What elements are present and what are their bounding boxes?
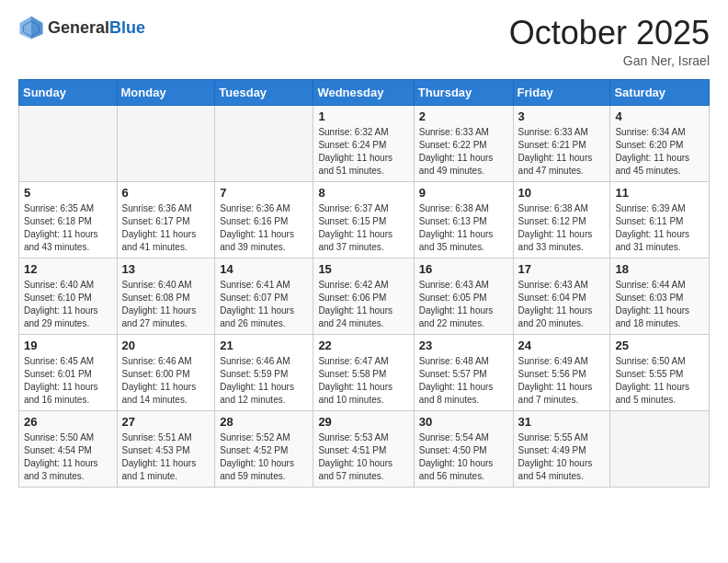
day-info: Sunrise: 5:50 AMSunset: 4:54 PMDaylight:… (24, 431, 112, 483)
logo: GeneralBlue (18, 15, 145, 40)
day-number: 17 (518, 262, 606, 276)
day-number: 7 (220, 186, 308, 200)
logo-blue: Blue (109, 18, 145, 37)
day-number: 27 (122, 415, 210, 429)
table-row: 29Sunrise: 5:53 AMSunset: 4:51 PMDayligh… (313, 410, 414, 487)
day-info: Sunrise: 6:34 AMSunset: 6:20 PMDaylight:… (615, 126, 704, 178)
logo-text: GeneralBlue (48, 18, 145, 38)
logo-general: General (48, 18, 109, 37)
table-row: 4Sunrise: 6:34 AMSunset: 6:20 PMDaylight… (610, 105, 710, 181)
col-tuesday: Tuesday (215, 79, 313, 105)
day-info: Sunrise: 6:43 AMSunset: 6:05 PMDaylight:… (419, 279, 508, 330)
logo-icon (18, 15, 44, 40)
day-info: Sunrise: 6:40 AMSunset: 6:08 PMDaylight:… (122, 279, 210, 330)
table-row: 7Sunrise: 6:36 AMSunset: 6:16 PMDaylight… (215, 181, 313, 258)
table-row: 16Sunrise: 6:43 AMSunset: 6:05 PMDayligh… (414, 258, 513, 334)
day-number: 31 (518, 415, 606, 429)
day-number: 5 (24, 186, 112, 200)
calendar-week-row: 5Sunrise: 6:35 AMSunset: 6:18 PMDaylight… (19, 181, 710, 258)
day-number: 15 (318, 262, 408, 276)
table-row: 19Sunrise: 6:45 AMSunset: 6:01 PMDayligh… (19, 334, 118, 410)
table-row: 26Sunrise: 5:50 AMSunset: 4:54 PMDayligh… (19, 410, 118, 487)
day-number: 2 (419, 109, 508, 123)
day-info: Sunrise: 6:36 AMSunset: 6:17 PMDaylight:… (122, 202, 210, 254)
table-row: 11Sunrise: 6:39 AMSunset: 6:11 PMDayligh… (610, 181, 710, 258)
table-row: 15Sunrise: 6:42 AMSunset: 6:06 PMDayligh… (313, 258, 414, 334)
table-row: 27Sunrise: 5:51 AMSunset: 4:53 PMDayligh… (117, 410, 215, 487)
table-row: 17Sunrise: 6:43 AMSunset: 6:04 PMDayligh… (513, 258, 610, 334)
table-row: 5Sunrise: 6:35 AMSunset: 6:18 PMDaylight… (19, 181, 118, 258)
table-row: 23Sunrise: 6:48 AMSunset: 5:57 PMDayligh… (414, 334, 513, 410)
day-number: 23 (419, 339, 508, 352)
table-row: 22Sunrise: 6:47 AMSunset: 5:58 PMDayligh… (313, 334, 414, 410)
day-info: Sunrise: 6:38 AMSunset: 6:13 PMDaylight:… (419, 202, 508, 254)
col-monday: Monday (117, 79, 215, 105)
table-row (117, 105, 215, 181)
calendar-week-row: 12Sunrise: 6:40 AMSunset: 6:10 PMDayligh… (19, 258, 710, 334)
calendar-header-row: Sunday Monday Tuesday Wednesday Thursday… (19, 79, 710, 105)
day-info: Sunrise: 6:46 AMSunset: 5:59 PMDaylight:… (220, 355, 308, 407)
day-info: Sunrise: 6:48 AMSunset: 5:57 PMDaylight:… (419, 355, 508, 407)
table-row (215, 105, 313, 181)
month-title: October 2025 (509, 15, 710, 52)
table-row (610, 410, 710, 487)
day-number: 29 (318, 415, 408, 429)
col-wednesday: Wednesday (313, 79, 414, 105)
col-thursday: Thursday (414, 79, 513, 105)
table-row: 9Sunrise: 6:38 AMSunset: 6:13 PMDaylight… (414, 181, 513, 258)
title-block: October 2025 Gan Ner, Israel (509, 15, 710, 68)
day-number: 30 (419, 415, 508, 429)
col-saturday: Saturday (610, 79, 710, 105)
day-number: 3 (518, 109, 606, 123)
day-number: 22 (318, 339, 408, 352)
day-number: 21 (220, 339, 308, 352)
day-info: Sunrise: 6:38 AMSunset: 6:12 PMDaylight:… (518, 202, 606, 254)
table-row: 14Sunrise: 6:41 AMSunset: 6:07 PMDayligh… (215, 258, 313, 334)
day-info: Sunrise: 6:36 AMSunset: 6:16 PMDaylight:… (220, 202, 308, 254)
day-info: Sunrise: 6:45 AMSunset: 6:01 PMDaylight:… (24, 355, 112, 407)
location: Gan Ner, Israel (509, 53, 710, 68)
day-number: 12 (24, 262, 112, 276)
header: GeneralBlue October 2025 Gan Ner, Israel (18, 15, 710, 68)
day-info: Sunrise: 6:39 AMSunset: 6:11 PMDaylight:… (615, 202, 704, 254)
day-number: 9 (419, 186, 508, 200)
page: GeneralBlue October 2025 Gan Ner, Israel… (0, 0, 728, 502)
day-number: 28 (220, 415, 308, 429)
day-info: Sunrise: 6:47 AMSunset: 5:58 PMDaylight:… (318, 355, 408, 407)
day-info: Sunrise: 5:51 AMSunset: 4:53 PMDaylight:… (122, 431, 210, 483)
table-row: 31Sunrise: 5:55 AMSunset: 4:49 PMDayligh… (513, 410, 610, 487)
table-row: 30Sunrise: 5:54 AMSunset: 4:50 PMDayligh… (414, 410, 513, 487)
table-row: 20Sunrise: 6:46 AMSunset: 6:00 PMDayligh… (117, 334, 215, 410)
day-number: 13 (122, 262, 210, 276)
day-number: 10 (518, 186, 606, 200)
day-info: Sunrise: 6:33 AMSunset: 6:22 PMDaylight:… (419, 126, 508, 178)
table-row: 2Sunrise: 6:33 AMSunset: 6:22 PMDaylight… (414, 105, 513, 181)
day-info: Sunrise: 6:33 AMSunset: 6:21 PMDaylight:… (518, 126, 606, 178)
day-number: 14 (220, 262, 308, 276)
day-number: 24 (518, 339, 606, 352)
day-number: 8 (318, 186, 408, 200)
table-row: 21Sunrise: 6:46 AMSunset: 5:59 PMDayligh… (215, 334, 313, 410)
day-info: Sunrise: 6:44 AMSunset: 6:03 PMDaylight:… (615, 279, 704, 330)
table-row: 18Sunrise: 6:44 AMSunset: 6:03 PMDayligh… (610, 258, 710, 334)
day-info: Sunrise: 6:50 AMSunset: 5:55 PMDaylight:… (615, 355, 704, 407)
table-row: 25Sunrise: 6:50 AMSunset: 5:55 PMDayligh… (610, 334, 710, 410)
col-sunday: Sunday (19, 79, 118, 105)
day-info: Sunrise: 5:53 AMSunset: 4:51 PMDaylight:… (318, 431, 408, 483)
day-info: Sunrise: 6:35 AMSunset: 6:18 PMDaylight:… (24, 202, 112, 254)
day-number: 4 (615, 109, 704, 123)
day-info: Sunrise: 6:37 AMSunset: 6:15 PMDaylight:… (318, 202, 408, 254)
day-number: 20 (122, 339, 210, 352)
day-info: Sunrise: 6:42 AMSunset: 6:06 PMDaylight:… (318, 279, 408, 330)
table-row: 8Sunrise: 6:37 AMSunset: 6:15 PMDaylight… (313, 181, 414, 258)
col-friday: Friday (513, 79, 610, 105)
day-info: Sunrise: 5:55 AMSunset: 4:49 PMDaylight:… (518, 431, 606, 483)
day-info: Sunrise: 5:54 AMSunset: 4:50 PMDaylight:… (419, 431, 508, 483)
day-number: 11 (615, 186, 704, 200)
day-info: Sunrise: 5:52 AMSunset: 4:52 PMDaylight:… (220, 431, 308, 483)
day-number: 25 (615, 339, 704, 352)
table-row: 13Sunrise: 6:40 AMSunset: 6:08 PMDayligh… (117, 258, 215, 334)
table-row: 24Sunrise: 6:49 AMSunset: 5:56 PMDayligh… (513, 334, 610, 410)
day-number: 1 (318, 109, 408, 123)
day-info: Sunrise: 6:32 AMSunset: 6:24 PMDaylight:… (318, 126, 408, 178)
